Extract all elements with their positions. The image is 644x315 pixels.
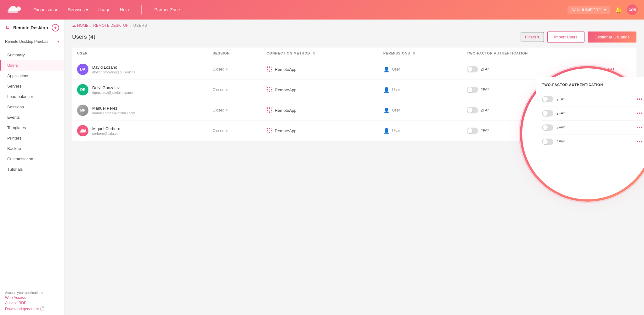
more-options-3[interactable]: •••	[608, 107, 615, 113]
session-status-4: Closed	[213, 129, 224, 133]
td-permission-2: 👤 User	[378, 80, 462, 100]
session-status-3: Closed	[213, 108, 224, 112]
user-email-1: dlozanomoreno@outlook.es	[92, 70, 135, 74]
content-wrapper: Users (4) Filters ▾ Import Users Gestion…	[72, 32, 636, 141]
sidebar-item-load-balancer[interactable]: Load balancer	[0, 91, 64, 102]
connection-label-4: RemoteApp	[275, 129, 297, 133]
connection-label-1: RemoteApp	[275, 67, 297, 72]
connection-grid-icon-3	[267, 107, 272, 113]
th-permissions[interactable]: PERMISSIONS ⇅	[378, 48, 462, 59]
tfa-toggle-4[interactable]	[467, 128, 478, 134]
filters-label: Filters	[525, 35, 536, 39]
sidebar-item-tutorials[interactable]: Tutorials	[0, 164, 64, 175]
more-options-2[interactable]: •••	[608, 87, 615, 93]
remote-desktop-icon: 🖥	[5, 25, 10, 31]
user-info-3: Manuel Pérez manuel.perez@jotelulu.com	[92, 106, 135, 115]
sidebar-item-customisation[interactable]: Customisation	[0, 154, 64, 164]
td-permission-4: 👤 User	[378, 121, 462, 141]
permission-label-1: User	[392, 67, 400, 72]
permission-label-2: User	[392, 88, 400, 92]
td-connection-2: RemoteApp	[262, 80, 378, 100]
td-session-2: Closed	[208, 80, 262, 100]
session-dot-2	[226, 89, 228, 91]
td-connection-4: RemoteApp	[262, 121, 378, 141]
logo[interactable]	[6, 3, 21, 16]
tfa-panel-toggle-1[interactable]	[542, 96, 553, 102]
page-title: Users (4)	[72, 34, 95, 40]
connection-grid-icon-1	[267, 66, 272, 72]
td-more-4: •••	[603, 121, 636, 141]
top-navigation: Organisation Services ▾ Usage Help Partn…	[0, 0, 644, 20]
web-access-link[interactable]: Web Access	[5, 295, 59, 300]
nav-help[interactable]: Help	[120, 7, 129, 12]
tfa-label-2: 2FA*	[481, 88, 489, 92]
nav-organisation[interactable]: Organisation	[33, 7, 58, 12]
tfa-toggle-1[interactable]	[467, 66, 478, 72]
td-user-1: DA David Lozano dlozanomoreno@outlook.es	[72, 59, 208, 80]
breadcrumb-sep-2: /	[130, 23, 131, 28]
td-more-1: •••	[603, 59, 636, 80]
th-connection[interactable]: CONNECTION METHOD ⇅	[262, 48, 378, 59]
sidebar-header: 🖥 Remote Desktop +	[0, 20, 64, 36]
table-row: MP Manuel Pérez manuel.perez@jotelulu.co…	[72, 100, 636, 121]
sort-permissions-icon: ⇅	[413, 52, 415, 55]
sidebar-title: Remote Desktop	[13, 25, 48, 30]
sidebar-item-users[interactable]: Users	[0, 60, 64, 71]
notification-bell-icon[interactable]: 🔔	[615, 6, 622, 13]
tfa-toggle-2[interactable]	[467, 87, 478, 93]
tfa-panel-more-2[interactable]: •••	[636, 111, 643, 116]
content-header: Users (4) Filters ▾ Import Users Gestion…	[72, 32, 636, 43]
breadcrumb-home-label: HOME	[77, 23, 88, 28]
sidebar-item-events[interactable]: Events	[0, 112, 64, 123]
filters-button[interactable]: Filters ▾	[521, 32, 544, 42]
sidebar-item-summary[interactable]: Summary	[0, 50, 64, 60]
sidebar-item-printers[interactable]: Printers	[0, 133, 64, 143]
tfa-panel-toggle-4[interactable]	[542, 139, 553, 145]
sidebar-nav: Summary Users Applications Servers Load …	[0, 47, 64, 287]
import-users-button[interactable]: Import Users	[547, 32, 584, 43]
nav-partner-zone[interactable]: Partner Zone	[154, 7, 180, 12]
help-icon[interactable]: ?	[40, 306, 45, 311]
region-selector[interactable]: SAN JUNIPERO ▾	[568, 6, 610, 14]
sidebar-item-servers[interactable]: Servers	[0, 81, 64, 91]
nav-services[interactable]: Services ▾	[68, 7, 88, 12]
session-status-1: Closed	[213, 67, 224, 72]
tfa-panel-toggle-3[interactable]	[542, 124, 553, 131]
breadcrumb-remote-desktop[interactable]: REMOTE DESKTOP	[93, 23, 128, 28]
tfa-panel-more-3[interactable]: •••	[636, 125, 643, 130]
user-email-4: cerbero@saju.com	[92, 132, 121, 135]
th-session: SESSION	[208, 48, 262, 59]
connection-label-2: RemoteApp	[275, 88, 297, 92]
toggle-knob-2	[467, 87, 472, 92]
tfa-panel-more-1[interactable]: •••	[636, 96, 643, 102]
breadcrumb-home[interactable]: ☁ HOME	[72, 23, 88, 28]
more-options-1[interactable]: •••	[608, 66, 615, 72]
user-avatar[interactable]: COB	[627, 4, 638, 15]
add-service-button[interactable]: +	[52, 24, 59, 32]
services-arrow-icon: ▾	[86, 7, 88, 12]
nav-usage[interactable]: Usage	[98, 7, 110, 12]
sidebar-item-backup[interactable]: Backup	[0, 143, 64, 154]
more-options-4[interactable]: •••	[608, 128, 615, 134]
download-generator-link[interactable]: Download generator	[5, 307, 39, 311]
tfa-toggle-3[interactable]	[467, 107, 478, 113]
user-initials: COB	[629, 8, 636, 12]
sidebar-item-templates[interactable]: Templates	[0, 123, 64, 133]
acceso-rdp-link[interactable]: Acceso RDP	[5, 301, 59, 305]
footer-help: Download generator ?	[5, 306, 59, 311]
sidebar-item-applications[interactable]: Applications	[0, 71, 64, 81]
permission-label-4: User	[392, 129, 400, 133]
tfa-panel-knob-1	[543, 97, 548, 102]
home-cloud-icon: ☁	[72, 23, 76, 28]
td-tfa-2: 2FA*	[462, 80, 603, 100]
session-dot-3	[226, 109, 228, 111]
td-user-2: DE Deivi Gonzalez dgonzalez@jotelulu.spa…	[72, 80, 208, 100]
gestionar-usuarios-button[interactable]: Gestionar Usuarios	[588, 32, 636, 43]
td-more-2: •••	[603, 80, 636, 100]
session-dot-1	[226, 68, 228, 70]
tfa-panel-toggle-2[interactable]	[542, 110, 553, 117]
tfa-panel-more-4[interactable]: •••	[636, 139, 643, 145]
actions-bar: Filters ▾ Import Users Gestionar Usuario…	[521, 32, 636, 43]
workspace-selector[interactable]: Remote Desktop Pruebas ... ▾	[0, 36, 64, 47]
sidebar-item-sessions[interactable]: Sessions	[0, 102, 64, 112]
